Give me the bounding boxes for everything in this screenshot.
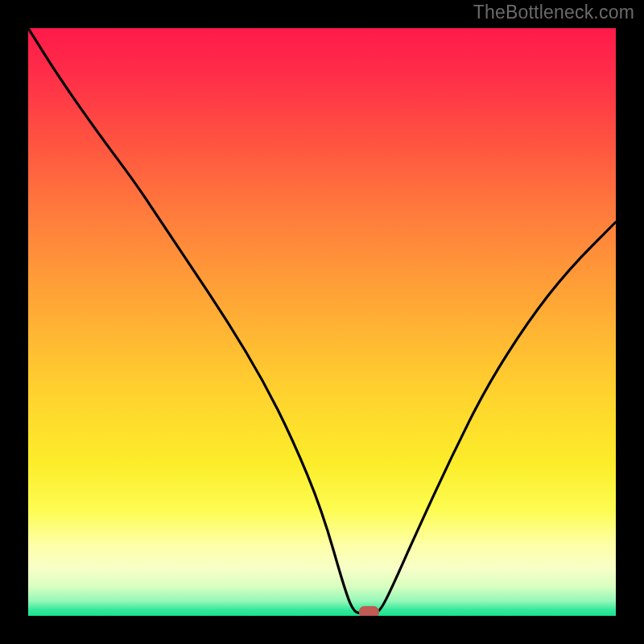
watermark-text: TheBottleneck.com — [473, 2, 634, 23]
curve-layer — [28, 28, 616, 616]
plot-area — [28, 28, 616, 616]
bottleneck-curve-path — [28, 28, 616, 613]
chart-frame: TheBottleneck.com — [0, 0, 644, 644]
minimum-marker — [359, 606, 378, 616]
